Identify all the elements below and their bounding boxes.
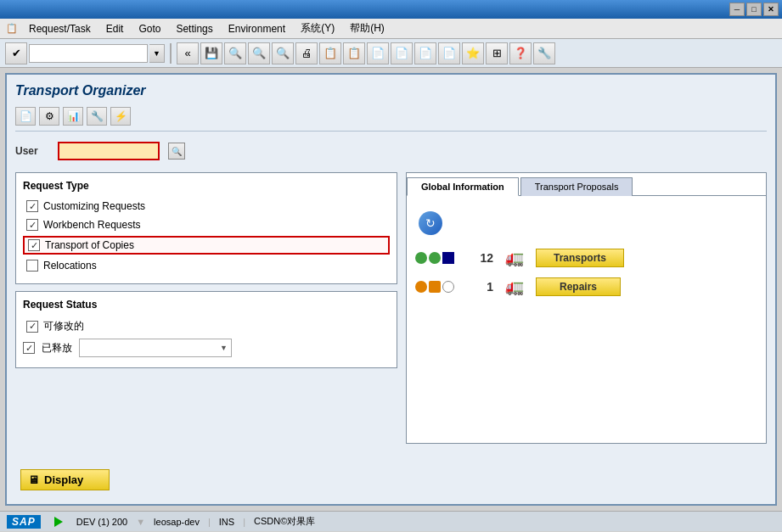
inner-btn-2[interactable]: ⚙ (39, 107, 59, 126)
repairs-count: 1 (468, 280, 493, 294)
copy-btn-1[interactable]: 📋 (319, 42, 341, 64)
page-btn-3[interactable]: 📄 (414, 42, 436, 64)
search-btn-1[interactable]: 🔍 (224, 42, 246, 64)
menu-edit[interactable]: Edit (99, 21, 131, 36)
menu-settings[interactable]: Settings (169, 21, 219, 36)
request-type-section: Request Type ✓ Customizing Requests ✓ Wo… (15, 172, 397, 284)
request-status-title: Request Status (23, 299, 390, 311)
display-button[interactable]: 🖥 Display (20, 469, 110, 490)
menu-request-task[interactable]: Request/Task (22, 21, 98, 36)
menu-goto[interactable]: Goto (132, 21, 167, 36)
page-btn-4[interactable]: 📄 (438, 42, 460, 64)
tab-global-information[interactable]: Global Information (407, 177, 519, 196)
repairs-status-icons (415, 281, 458, 293)
star-btn[interactable]: ⭐ (462, 42, 484, 64)
play-icon (54, 517, 63, 527)
search-btn-3[interactable]: 🔍 (272, 42, 294, 64)
search-btn-2[interactable]: 🔍 (248, 42, 270, 64)
display-section: 🖥 Display (20, 469, 110, 490)
toolbar-nav: « 💾 🔍 🔍 🔍 🖨 📋 📋 📄 📄 📄 📄 ⭐ ⊞ ❓ 🔧 (177, 42, 555, 64)
dropdown-arrow-icon: ▼ (220, 344, 228, 352)
green-dot-icon-2 (429, 252, 441, 264)
status-server: leosap-dev (154, 517, 200, 527)
transports-status-icons (415, 252, 458, 264)
toolbar-divider-1 (170, 43, 172, 64)
left-panel: Request Type ✓ Customizing Requests ✓ Wo… (15, 172, 397, 444)
workbench-label: Workbench Requests (43, 219, 141, 231)
title-bar: ─ □ ✕ (0, 0, 782, 19)
toolbar: ✔ ▼ « 💾 🔍 🔍 🔍 🖨 📋 📋 📄 📄 📄 📄 ⭐ ⊞ ❓ 🔧 (0, 39, 782, 68)
checkbox-relocations: Relocations (23, 258, 390, 273)
refresh-icon: ↻ (419, 211, 442, 235)
inner-btn-3[interactable]: 📊 (63, 107, 83, 126)
checkbox-transport-copies: ✓ Transport of Copies (23, 236, 390, 255)
nav-prev-btn[interactable]: « (177, 42, 199, 64)
new-doc-btn[interactable]: 📄 (15, 107, 36, 126)
app-icon: 📋 (3, 21, 20, 36)
released-label: 已释放 (42, 341, 72, 356)
help-btn[interactable]: ❓ (509, 42, 532, 64)
repairs-row: 1 🚛 Repairs (415, 276, 757, 298)
page-btn-1[interactable]: 📄 (367, 42, 389, 64)
copy-btn-2[interactable]: 📋 (343, 42, 365, 64)
transports-button[interactable]: Transports (536, 249, 624, 267)
checkbox-workbench: ✓ Workbench Requests (23, 217, 390, 232)
workbench-checkbox[interactable]: ✓ (26, 219, 38, 231)
menu-bar: 📋 Request/Task Edit Goto Settings Enviro… (0, 19, 782, 39)
status-source: CSDN©对果库 (254, 515, 315, 528)
green-dot-icon (415, 252, 427, 264)
status-mode: INS (219, 517, 234, 527)
right-content: ↻ 12 🚛 Transports (407, 196, 766, 316)
user-label: User (15, 145, 49, 157)
transports-icon: 🚛 (504, 247, 526, 269)
checkbox-modifiable: ✓ 可修改的 (23, 317, 390, 335)
white-dot-icon (442, 281, 454, 293)
tab-transport-proposals[interactable]: Transport Proposals (520, 177, 633, 196)
close-button[interactable]: ✕ (763, 3, 779, 16)
menu-environment[interactable]: Environment (222, 21, 292, 36)
status-items: DEV (1) 200 ▼ leosap-dev | INS | CSDN©对果… (76, 515, 316, 528)
display-label: Display (44, 473, 83, 486)
user-row: User 🔍 (15, 142, 767, 160)
toolbar-left: ✔ ▼ (5, 42, 165, 64)
customizing-label: Customizing Requests (43, 200, 145, 212)
right-panel: Global Information Transport Proposals ↻ (406, 172, 767, 444)
transport-top-icon: ↻ (415, 208, 446, 238)
inner-btn-4[interactable]: 🔧 (87, 107, 107, 126)
status-bar: SAP DEV (1) 200 ▼ leosap-dev | INS | CSD… (0, 511, 782, 531)
transport-copies-label: Transport of Copies (45, 239, 134, 251)
modifiable-label: 可修改的 (43, 319, 84, 333)
repairs-button[interactable]: Repairs (536, 277, 621, 296)
modifiable-checkbox[interactable]: ✓ (26, 321, 38, 333)
check-button[interactable]: ✔ (5, 42, 27, 64)
orange-square-icon (429, 281, 441, 293)
menu-help[interactable]: 帮助(H) (343, 20, 391, 37)
status-dropdown[interactable]: ▼ (79, 339, 232, 357)
grid-btn[interactable]: ⊞ (486, 42, 508, 64)
status-system: DEV (1) 200 (76, 517, 128, 527)
save-btn[interactable]: 💾 (200, 42, 222, 64)
transport-copies-checkbox[interactable]: ✓ (28, 239, 40, 251)
customizing-checkbox[interactable]: ✓ (26, 200, 38, 212)
two-col-layout: Request Type ✓ Customizing Requests ✓ Wo… (15, 172, 767, 444)
inner-btn-5[interactable]: ⚡ (110, 107, 131, 126)
user-input[interactable] (58, 142, 160, 160)
relocations-checkbox[interactable] (26, 260, 38, 272)
address-dropdown[interactable]: ▼ (149, 44, 165, 63)
transport-icon-row: ↻ (415, 208, 757, 238)
print-btn[interactable]: 🖨 (295, 42, 318, 64)
maximize-button[interactable]: □ (746, 3, 762, 16)
display-icon: 🖥 (28, 473, 39, 486)
transports-row: 12 🚛 Transports (415, 247, 757, 269)
orange-dot-icon (415, 281, 427, 293)
released-checkbox[interactable]: ✓ (23, 342, 35, 354)
user-browse-btn[interactable]: 🔍 (168, 143, 185, 160)
config-btn[interactable]: 🔧 (533, 42, 555, 64)
page-btn-2[interactable]: 📄 (391, 42, 413, 64)
minimize-button[interactable]: ─ (729, 3, 745, 16)
blue-square-icon (442, 252, 454, 264)
menu-system[interactable]: 系统(Y) (294, 20, 341, 37)
address-box (29, 44, 148, 63)
main-content: Transport Organizer 📄 ⚙ 📊 🔧 ⚡ User 🔍 Req… (5, 73, 777, 506)
status-released-row: ✓ 已释放 ▼ (23, 339, 390, 357)
